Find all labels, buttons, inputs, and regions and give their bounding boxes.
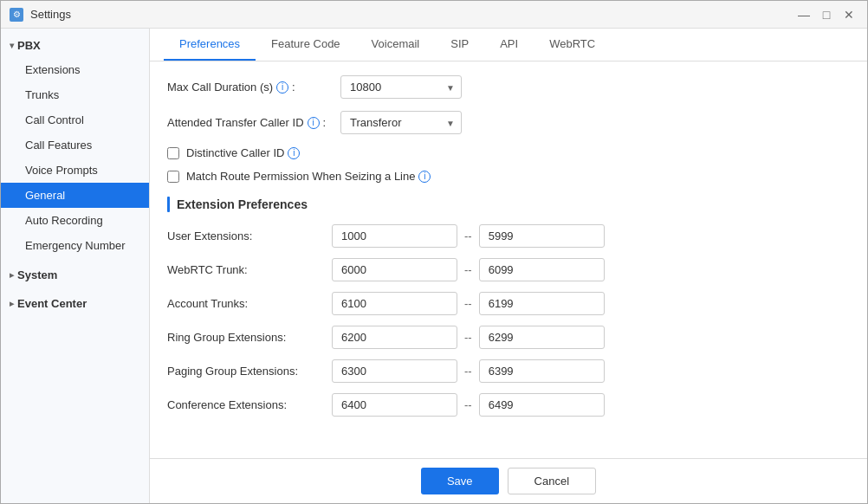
- restore-button[interactable]: □: [817, 5, 836, 24]
- sidebar-item-voice-prompts[interactable]: Voice Prompts: [1, 158, 149, 183]
- tab-sip[interactable]: SIP: [435, 29, 484, 61]
- ring-group-extensions-row: Ring Group Extensions: --: [167, 326, 850, 349]
- user-extensions-row: User Extensions: --: [167, 224, 850, 248]
- account-trunks-label: Account Trunks:: [167, 297, 332, 310]
- match-route-label[interactable]: Match Route Permission When Seizing a Li…: [186, 170, 431, 183]
- attended-transfer-info-icon[interactable]: i: [308, 117, 320, 129]
- max-call-duration-label: Max Call Duration (s) i:: [167, 81, 340, 94]
- webrtc-trunk-row: WebRTC Trunk: --: [167, 258, 850, 281]
- attended-transfer-select-wrap: Transferor Transferee Original Caller ▼: [340, 111, 462, 134]
- user-extensions-to[interactable]: [479, 224, 605, 248]
- sidebar-item-extensions[interactable]: Extensions: [1, 57, 149, 82]
- ring-group-extensions-dash: --: [464, 331, 472, 344]
- account-trunks-row: Account Trunks: --: [167, 292, 850, 315]
- app-window: ⚙ Settings — □ ✕ ▾ PBX Extensions Trunks: [0, 0, 868, 504]
- system-arrow-icon: ▸: [10, 270, 14, 280]
- sidebar-item-trunks[interactable]: Trunks: [1, 82, 149, 107]
- max-call-duration-info-icon[interactable]: i: [276, 81, 288, 94]
- webrtc-trunk-from[interactable]: [332, 258, 457, 281]
- content-area: ▾ PBX Extensions Trunks Call Control Cal…: [1, 29, 867, 503]
- paging-group-extensions-to[interactable]: [479, 359, 605, 383]
- app-icon: ⚙: [10, 8, 23, 22]
- event-center-group: ▸ Event Center: [1, 292, 149, 315]
- distinctive-caller-checkbox[interactable]: [167, 147, 179, 159]
- titlebar: ⚙ Settings — □ ✕: [1, 1, 867, 29]
- tab-api[interactable]: API: [484, 29, 534, 61]
- conference-extensions-label: Conference Extensions:: [167, 398, 332, 411]
- extension-preferences-header: Extension Preferences: [167, 197, 850, 212]
- account-trunks-to[interactable]: [479, 292, 605, 315]
- tab-preferences[interactable]: Preferences: [164, 29, 256, 61]
- paging-group-extensions-row: Paging Group Extensions: --: [167, 359, 850, 383]
- preferences-content: Max Call Duration (s) i: 10800 3600 7200…: [150, 61, 867, 458]
- footer: Save Cancel: [150, 458, 867, 503]
- window-controls: — □ ✕: [794, 5, 858, 24]
- event-center-group-label: Event Center: [17, 297, 87, 310]
- tab-webrtc[interactable]: WebRTC: [534, 29, 611, 61]
- ring-group-extensions-label: Ring Group Extensions:: [167, 331, 332, 344]
- close-button[interactable]: ✕: [839, 5, 858, 24]
- conference-extensions-row: Conference Extensions: --: [167, 393, 850, 417]
- max-call-duration-select-wrap: 10800 3600 7200 0 ▼: [340, 75, 462, 99]
- webrtc-trunk-dash: --: [464, 263, 472, 276]
- paging-group-extensions-label: Paging Group Extensions:: [167, 365, 332, 378]
- system-group: ▸ System: [1, 263, 149, 287]
- titlebar-left: ⚙ Settings: [10, 8, 71, 22]
- distinctive-caller-row: Distinctive Caller ID i: [167, 146, 850, 159]
- attended-transfer-row: Attended Transfer Caller ID i: Transfero…: [167, 111, 850, 134]
- pbx-arrow-icon: ▾: [10, 41, 14, 50]
- sidebar-item-call-features[interactable]: Call Features: [1, 132, 149, 158]
- minimize-button[interactable]: —: [794, 5, 813, 24]
- distinctive-caller-label[interactable]: Distinctive Caller ID i: [186, 146, 300, 159]
- attended-transfer-select[interactable]: Transferor Transferee Original Caller: [340, 111, 462, 134]
- sidebar-item-emergency-number[interactable]: Emergency Number: [1, 233, 149, 258]
- user-extensions-dash: --: [464, 229, 472, 242]
- max-call-duration-select[interactable]: 10800 3600 7200 0: [340, 75, 462, 99]
- webrtc-trunk-label: WebRTC Trunk:: [167, 263, 332, 276]
- system-group-header[interactable]: ▸ System: [1, 263, 149, 287]
- sidebar: ▾ PBX Extensions Trunks Call Control Cal…: [1, 29, 150, 503]
- cancel-button[interactable]: Cancel: [508, 468, 596, 494]
- account-trunks-from[interactable]: [332, 292, 457, 315]
- save-button[interactable]: Save: [421, 468, 499, 494]
- pbx-group-label: PBX: [17, 39, 41, 52]
- sidebar-item-general[interactable]: General: [1, 183, 149, 208]
- event-center-group-header[interactable]: ▸ Event Center: [1, 292, 149, 315]
- account-trunks-dash: --: [464, 297, 472, 310]
- webrtc-trunk-to[interactable]: [479, 258, 605, 281]
- ring-group-extensions-from[interactable]: [332, 326, 457, 349]
- event-center-arrow-icon: ▸: [10, 299, 14, 308]
- conference-extensions-dash: --: [464, 398, 472, 411]
- tab-feature-code[interactable]: Feature Code: [256, 29, 356, 61]
- match-route-info-icon[interactable]: i: [418, 171, 431, 183]
- sidebar-item-call-control[interactable]: Call Control: [1, 107, 149, 132]
- distinctive-caller-info-icon[interactable]: i: [288, 147, 300, 159]
- ring-group-extensions-to[interactable]: [479, 326, 605, 349]
- user-extensions-from[interactable]: [332, 224, 457, 248]
- main-panel: Preferences Feature Code Voicemail SIP A…: [150, 29, 867, 503]
- pbx-group-header[interactable]: ▾ PBX: [1, 34, 149, 57]
- match-route-row: Match Route Permission When Seizing a Li…: [167, 170, 850, 183]
- system-group-label: System: [17, 268, 57, 281]
- conference-extensions-from[interactable]: [332, 393, 457, 417]
- paging-group-extensions-dash: --: [464, 365, 472, 378]
- window-title: Settings: [30, 8, 71, 21]
- max-call-duration-row: Max Call Duration (s) i: 10800 3600 7200…: [167, 75, 850, 99]
- sidebar-item-auto-recording[interactable]: Auto Recording: [1, 208, 149, 233]
- match-route-checkbox[interactable]: [167, 171, 179, 183]
- pbx-group: ▾ PBX Extensions Trunks Call Control Cal…: [1, 34, 149, 258]
- section-bar-decoration: [167, 197, 170, 212]
- tab-bar: Preferences Feature Code Voicemail SIP A…: [150, 29, 867, 61]
- section-title: Extension Preferences: [177, 197, 308, 211]
- paging-group-extensions-from[interactable]: [332, 359, 457, 383]
- user-extensions-label: User Extensions:: [167, 229, 332, 242]
- conference-extensions-to[interactable]: [479, 393, 605, 417]
- attended-transfer-label: Attended Transfer Caller ID i:: [167, 116, 340, 129]
- tab-voicemail[interactable]: Voicemail: [356, 29, 436, 61]
